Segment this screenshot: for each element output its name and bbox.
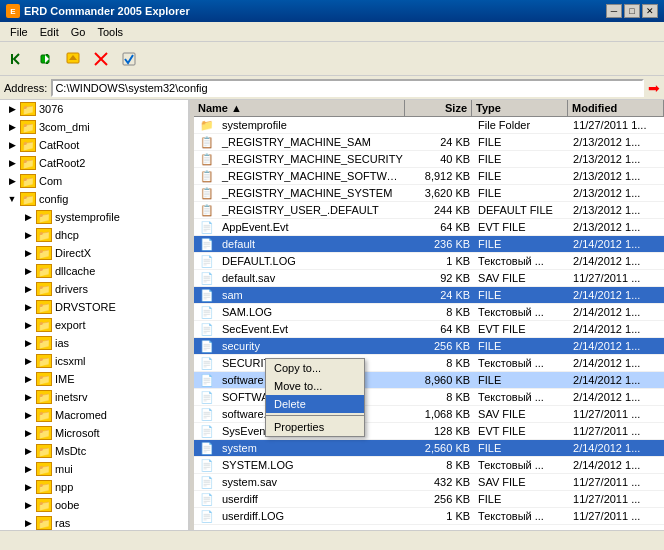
menu-tools[interactable]: Tools: [91, 25, 129, 39]
file-pane[interactable]: Name ▲ Size Type Modified 📁systemprofile…: [194, 100, 664, 530]
file-row[interactable]: 📄userdiff.LOG1 KBТекстовый ...11/27/2011…: [194, 508, 664, 525]
tree-toggle-icon[interactable]: ▶: [20, 335, 36, 351]
tree-toggle-icon[interactable]: ▶: [20, 497, 36, 513]
context-menu-item-copy[interactable]: Copy to...: [266, 359, 364, 377]
file-modified: 2/14/2012 1...: [569, 374, 664, 386]
header-type[interactable]: Type: [472, 100, 568, 116]
file-row[interactable]: 📄userdiff256 KBFILE11/27/2011 ...: [194, 491, 664, 508]
file-row[interactable]: 📄SAM.LOG8 KBТекстовый ...2/14/2012 1...: [194, 304, 664, 321]
tree-item-label: dllcache: [55, 265, 95, 277]
tree-item[interactable]: ▶📁drivers: [0, 280, 188, 298]
file-modified: 2/13/2012 1...: [569, 204, 664, 216]
folder-icon: 📁: [36, 372, 52, 386]
tree-item[interactable]: ▶📁export: [0, 316, 188, 334]
tree-item[interactable]: ▶📁CatRoot2: [0, 154, 188, 172]
tree-toggle-icon[interactable]: ▶: [20, 299, 36, 315]
tree-toggle-icon[interactable]: ▶: [20, 425, 36, 441]
tree-toggle-icon[interactable]: ▶: [20, 443, 36, 459]
header-name[interactable]: Name ▲: [194, 100, 405, 116]
tree-toggle-icon[interactable]: ▶: [4, 119, 20, 135]
tree-item[interactable]: ▶📁3com_dmi: [0, 118, 188, 136]
tree-item[interactable]: ▶📁MsDtc: [0, 442, 188, 460]
tree-item[interactable]: ▶📁dhcp: [0, 226, 188, 244]
header-size[interactable]: Size: [405, 100, 472, 116]
tree-item[interactable]: ▶📁mui: [0, 460, 188, 478]
menu-bar: File Edit Go Tools: [0, 22, 664, 42]
tree-item[interactable]: ▶📁ras: [0, 514, 188, 530]
address-input[interactable]: [51, 79, 644, 97]
confirm-button[interactable]: [116, 47, 142, 71]
context-menu-item-properties[interactable]: Properties: [266, 418, 364, 436]
tree-toggle-icon[interactable]: ▶: [4, 155, 20, 171]
tree-item[interactable]: ▶📁3076: [0, 100, 188, 118]
file-type: DEFAULT FILE: [474, 204, 569, 216]
tree-item[interactable]: ▶📁CatRoot: [0, 136, 188, 154]
file-row[interactable]: 📁systemprofileFile Folder11/27/2011 1...: [194, 117, 664, 134]
file-row[interactable]: 📄sam24 KBFILE2/14/2012 1...: [194, 287, 664, 304]
file-row[interactable]: 📋_REGISTRY_MACHINE_SOFTWARE8,912 KBFILE2…: [194, 168, 664, 185]
tree-item[interactable]: ▶📁DRVSTORE: [0, 298, 188, 316]
tree-toggle-icon[interactable]: ▶: [20, 371, 36, 387]
tree-toggle-icon[interactable]: ▶: [20, 389, 36, 405]
tree-item[interactable]: ▶📁ias: [0, 334, 188, 352]
tree-toggle-icon[interactable]: ▶: [20, 461, 36, 477]
up-button[interactable]: [60, 47, 86, 71]
tree-toggle-icon[interactable]: ▶: [4, 173, 20, 189]
file-row[interactable]: 📄default236 KBFILE2/14/2012 1...: [194, 236, 664, 253]
tree-item[interactable]: ▼📁config: [0, 190, 188, 208]
maximize-button[interactable]: □: [624, 4, 640, 18]
tree-toggle-icon[interactable]: ▶: [4, 101, 20, 117]
menu-go[interactable]: Go: [65, 25, 92, 39]
tree-toggle-icon[interactable]: ▶: [20, 209, 36, 225]
tree-toggle-icon[interactable]: ▶: [20, 479, 36, 495]
tree-toggle-icon[interactable]: ▶: [20, 407, 36, 423]
tree-item[interactable]: ▶📁Microsoft: [0, 424, 188, 442]
header-modified[interactable]: Modified: [568, 100, 664, 116]
tree-toggle-icon[interactable]: ▶: [20, 263, 36, 279]
context-menu-item-delete[interactable]: Delete: [266, 395, 364, 413]
menu-edit[interactable]: Edit: [34, 25, 65, 39]
tree-item[interactable]: ▶📁npp: [0, 478, 188, 496]
tree-item[interactable]: ▶📁Macromed: [0, 406, 188, 424]
tree-toggle-icon[interactable]: ▶: [20, 227, 36, 243]
tree-item-label: export: [55, 319, 86, 331]
tree-item[interactable]: ▶📁inetsrv: [0, 388, 188, 406]
file-row[interactable]: 📋_REGISTRY_MACHINE_SYSTEM3,620 KBFILE2/1…: [194, 185, 664, 202]
forward-button[interactable]: [32, 47, 58, 71]
tree-pane[interactable]: ▶📁3076▶📁3com_dmi▶📁CatRoot▶📁CatRoot2▶📁Com…: [0, 100, 190, 530]
tree-toggle-icon[interactable]: ▶: [20, 353, 36, 369]
file-row[interactable]: 📄default.sav92 KBSAV FILE11/27/2011 ...: [194, 270, 664, 287]
file-row[interactable]: 📄system.sav432 KBSAV FILE11/27/2011 ...: [194, 474, 664, 491]
tree-toggle-icon[interactable]: ▼: [4, 191, 20, 207]
tree-toggle-icon[interactable]: ▶: [20, 245, 36, 261]
back-button[interactable]: [4, 47, 30, 71]
file-modified: 11/27/2011 1...: [569, 119, 664, 131]
file-type: FILE: [474, 187, 569, 199]
close-button[interactable]: ✕: [642, 4, 658, 18]
file-row[interactable]: 📄AppEvent.Evt64 KBEVT FILE2/13/2012 1...: [194, 219, 664, 236]
tree-toggle-icon[interactable]: ▶: [20, 317, 36, 333]
tree-toggle-icon[interactable]: ▶: [20, 515, 36, 530]
tree-item[interactable]: ▶📁icsxml: [0, 352, 188, 370]
tree-item[interactable]: ▶📁Com: [0, 172, 188, 190]
file-row[interactable]: 📄DEFAULT.LOG1 KBТекстовый ...2/14/2012 1…: [194, 253, 664, 270]
tree-item[interactable]: ▶📁DirectX: [0, 244, 188, 262]
folder-icon: 📁: [36, 282, 52, 296]
file-row[interactable]: 📋_REGISTRY_MACHINE_SECURITY40 KBFILE2/13…: [194, 151, 664, 168]
tree-item[interactable]: ▶📁systemprofile: [0, 208, 188, 226]
tree-item[interactable]: ▶📁IME: [0, 370, 188, 388]
file-row[interactable]: 📄system2,560 KBFILE2/14/2012 1...: [194, 440, 664, 457]
minimize-button[interactable]: ─: [606, 4, 622, 18]
tree-toggle-icon[interactable]: ▶: [20, 281, 36, 297]
file-row[interactable]: 📋_REGISTRY_MACHINE_SAM24 KBFILE2/13/2012…: [194, 134, 664, 151]
file-row[interactable]: 📄security256 KBFILE2/14/2012 1...: [194, 338, 664, 355]
tree-item[interactable]: ▶📁oobe: [0, 496, 188, 514]
menu-file[interactable]: File: [4, 25, 34, 39]
delete-button[interactable]: [88, 47, 114, 71]
context-menu-item-move[interactable]: Move to...: [266, 377, 364, 395]
file-row[interactable]: 📄SYSTEM.LOG8 KBТекстовый ...2/14/2012 1.…: [194, 457, 664, 474]
tree-toggle-icon[interactable]: ▶: [4, 137, 20, 153]
file-row[interactable]: 📋_REGISTRY_USER_.DEFAULT244 KBDEFAULT FI…: [194, 202, 664, 219]
tree-item[interactable]: ▶📁dllcache: [0, 262, 188, 280]
file-row[interactable]: 📄SecEvent.Evt64 KBEVT FILE2/14/2012 1...: [194, 321, 664, 338]
